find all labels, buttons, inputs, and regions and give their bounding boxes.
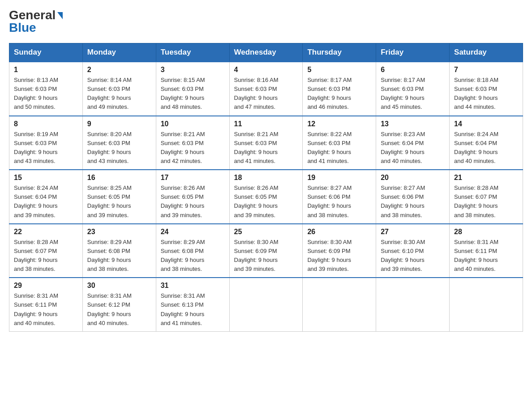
day-number: 4: [234, 66, 298, 74]
day-info: Sunrise: 8:19 AMSunset: 6:03 PMDaylight:…: [14, 131, 58, 164]
day-number: 16: [87, 174, 151, 182]
day-number: 31: [161, 282, 225, 290]
day-info: Sunrise: 8:13 AMSunset: 6:03 PMDaylight:…: [14, 77, 58, 110]
calendar-day-cell: 18 Sunrise: 8:26 AMSunset: 6:05 PMDaylig…: [229, 170, 303, 224]
calendar-week-row: 1 Sunrise: 8:13 AMSunset: 6:03 PMDayligh…: [9, 62, 523, 116]
day-number: 14: [454, 120, 518, 128]
day-number: 22: [14, 228, 78, 236]
calendar-header-row: SundayMondayTuesdayWednesdayThursdayFrid…: [9, 43, 523, 62]
day-info: Sunrise: 8:27 AMSunset: 6:06 PMDaylight:…: [307, 184, 352, 218]
day-number: 17: [161, 174, 225, 182]
day-info: Sunrise: 8:29 AMSunset: 6:08 PMDaylight:…: [87, 239, 132, 272]
calendar-day-cell: 3 Sunrise: 8:15 AMSunset: 6:03 PMDayligh…: [156, 62, 229, 116]
day-info: Sunrise: 8:31 AMSunset: 6:11 PMDaylight:…: [14, 292, 58, 326]
calendar-day-cell: 17 Sunrise: 8:26 AMSunset: 6:05 PMDaylig…: [156, 170, 229, 224]
logo-arrow-icon: [57, 12, 63, 19]
logo: General Blue: [9, 9, 63, 34]
day-info: Sunrise: 8:21 AMSunset: 6:03 PMDaylight:…: [234, 131, 279, 164]
day-info: Sunrise: 8:28 AMSunset: 6:07 PMDaylight:…: [454, 184, 498, 218]
weekday-header-friday: Friday: [376, 43, 450, 62]
day-number: 9: [87, 120, 151, 128]
day-number: 1: [14, 66, 78, 74]
calendar-day-cell: [229, 278, 303, 331]
calendar-day-cell: 25 Sunrise: 8:30 AMSunset: 6:09 PMDaylig…: [229, 224, 303, 278]
calendar-day-cell: 15 Sunrise: 8:24 AMSunset: 6:04 PMDaylig…: [9, 170, 83, 224]
day-info: Sunrise: 8:31 AMSunset: 6:11 PMDaylight:…: [454, 239, 498, 272]
day-info: Sunrise: 8:30 AMSunset: 6:09 PMDaylight:…: [307, 239, 352, 272]
calendar-week-row: 15 Sunrise: 8:24 AMSunset: 6:04 PMDaylig…: [9, 170, 523, 224]
calendar-table: SundayMondayTuesdayWednesdayThursdayFrid…: [9, 43, 523, 332]
calendar-day-cell: [303, 278, 376, 331]
weekday-header-thursday: Thursday: [303, 43, 376, 62]
day-number: 29: [14, 282, 78, 290]
day-number: 15: [14, 174, 78, 182]
calendar-day-cell: 26 Sunrise: 8:30 AMSunset: 6:09 PMDaylig…: [303, 224, 376, 278]
day-info: Sunrise: 8:23 AMSunset: 6:04 PMDaylight:…: [381, 131, 425, 164]
day-info: Sunrise: 8:28 AMSunset: 6:07 PMDaylight:…: [14, 239, 58, 272]
day-info: Sunrise: 8:30 AMSunset: 6:09 PMDaylight:…: [234, 239, 279, 272]
day-number: 6: [381, 66, 445, 74]
day-number: 20: [381, 174, 445, 182]
calendar-day-cell: 6 Sunrise: 8:17 AMSunset: 6:03 PMDayligh…: [376, 62, 450, 116]
calendar-day-cell: 28 Sunrise: 8:31 AMSunset: 6:11 PMDaylig…: [450, 224, 523, 278]
day-info: Sunrise: 8:27 AMSunset: 6:06 PMDaylight:…: [381, 184, 425, 218]
calendar-day-cell: 1 Sunrise: 8:13 AMSunset: 6:03 PMDayligh…: [9, 62, 83, 116]
day-number: 13: [381, 120, 445, 128]
calendar-day-cell: [376, 278, 450, 331]
page-header: General Blue: [9, 9, 523, 34]
calendar-week-row: 29 Sunrise: 8:31 AMSunset: 6:11 PMDaylig…: [9, 278, 523, 331]
day-number: 21: [454, 174, 518, 182]
day-info: Sunrise: 8:16 AMSunset: 6:03 PMDaylight:…: [234, 77, 279, 110]
day-info: Sunrise: 8:18 AMSunset: 6:03 PMDaylight:…: [454, 77, 498, 110]
day-number: 8: [14, 120, 78, 128]
logo-general-text: General: [9, 9, 56, 21]
calendar-day-cell: 7 Sunrise: 8:18 AMSunset: 6:03 PMDayligh…: [450, 62, 523, 116]
calendar-day-cell: [450, 278, 523, 331]
day-info: Sunrise: 8:26 AMSunset: 6:05 PMDaylight:…: [234, 184, 279, 218]
calendar-day-cell: 23 Sunrise: 8:29 AMSunset: 6:08 PMDaylig…: [82, 224, 156, 278]
logo-blue-text: Blue: [9, 21, 36, 34]
day-number: 5: [307, 66, 371, 74]
weekday-header-tuesday: Tuesday: [156, 43, 229, 62]
day-info: Sunrise: 8:14 AMSunset: 6:03 PMDaylight:…: [87, 77, 132, 110]
day-info: Sunrise: 8:15 AMSunset: 6:03 PMDaylight:…: [161, 77, 205, 110]
weekday-header-sunday: Sunday: [9, 43, 83, 62]
calendar-day-cell: 12 Sunrise: 8:22 AMSunset: 6:03 PMDaylig…: [303, 116, 376, 170]
day-number: 3: [161, 66, 225, 74]
day-number: 30: [87, 282, 151, 290]
day-number: 26: [307, 228, 371, 236]
day-number: 7: [454, 66, 518, 74]
day-number: 27: [381, 228, 445, 236]
day-info: Sunrise: 8:30 AMSunset: 6:10 PMDaylight:…: [381, 239, 425, 272]
calendar-day-cell: 10 Sunrise: 8:21 AMSunset: 6:03 PMDaylig…: [156, 116, 229, 170]
day-number: 25: [234, 228, 298, 236]
calendar-day-cell: 2 Sunrise: 8:14 AMSunset: 6:03 PMDayligh…: [82, 62, 156, 116]
day-number: 18: [234, 174, 298, 182]
calendar-week-row: 22 Sunrise: 8:28 AMSunset: 6:07 PMDaylig…: [9, 224, 523, 278]
calendar-day-cell: 30 Sunrise: 8:31 AMSunset: 6:12 PMDaylig…: [82, 278, 156, 331]
calendar-day-cell: 29 Sunrise: 8:31 AMSunset: 6:11 PMDaylig…: [9, 278, 83, 331]
day-info: Sunrise: 8:17 AMSunset: 6:03 PMDaylight:…: [381, 77, 425, 110]
calendar-day-cell: 21 Sunrise: 8:28 AMSunset: 6:07 PMDaylig…: [450, 170, 523, 224]
day-number: 19: [307, 174, 371, 182]
calendar-day-cell: 31 Sunrise: 8:31 AMSunset: 6:13 PMDaylig…: [156, 278, 229, 331]
day-number: 28: [454, 228, 518, 236]
weekday-header-saturday: Saturday: [450, 43, 523, 62]
day-info: Sunrise: 8:24 AMSunset: 6:04 PMDaylight:…: [454, 131, 498, 164]
day-info: Sunrise: 8:26 AMSunset: 6:05 PMDaylight:…: [161, 184, 205, 218]
calendar-week-row: 8 Sunrise: 8:19 AMSunset: 6:03 PMDayligh…: [9, 116, 523, 170]
day-info: Sunrise: 8:31 AMSunset: 6:12 PMDaylight:…: [87, 292, 132, 326]
calendar-day-cell: 14 Sunrise: 8:24 AMSunset: 6:04 PMDaylig…: [450, 116, 523, 170]
calendar-day-cell: 13 Sunrise: 8:23 AMSunset: 6:04 PMDaylig…: [376, 116, 450, 170]
day-number: 24: [161, 228, 225, 236]
calendar-day-cell: 24 Sunrise: 8:29 AMSunset: 6:08 PMDaylig…: [156, 224, 229, 278]
day-info: Sunrise: 8:21 AMSunset: 6:03 PMDaylight:…: [161, 131, 205, 164]
day-number: 11: [234, 120, 298, 128]
day-number: 12: [307, 120, 371, 128]
day-number: 10: [161, 120, 225, 128]
day-info: Sunrise: 8:31 AMSunset: 6:13 PMDaylight:…: [161, 292, 205, 326]
day-info: Sunrise: 8:24 AMSunset: 6:04 PMDaylight:…: [14, 184, 58, 218]
day-info: Sunrise: 8:17 AMSunset: 6:03 PMDaylight:…: [307, 77, 352, 110]
day-info: Sunrise: 8:22 AMSunset: 6:03 PMDaylight:…: [307, 131, 352, 164]
calendar-day-cell: 16 Sunrise: 8:25 AMSunset: 6:05 PMDaylig…: [82, 170, 156, 224]
